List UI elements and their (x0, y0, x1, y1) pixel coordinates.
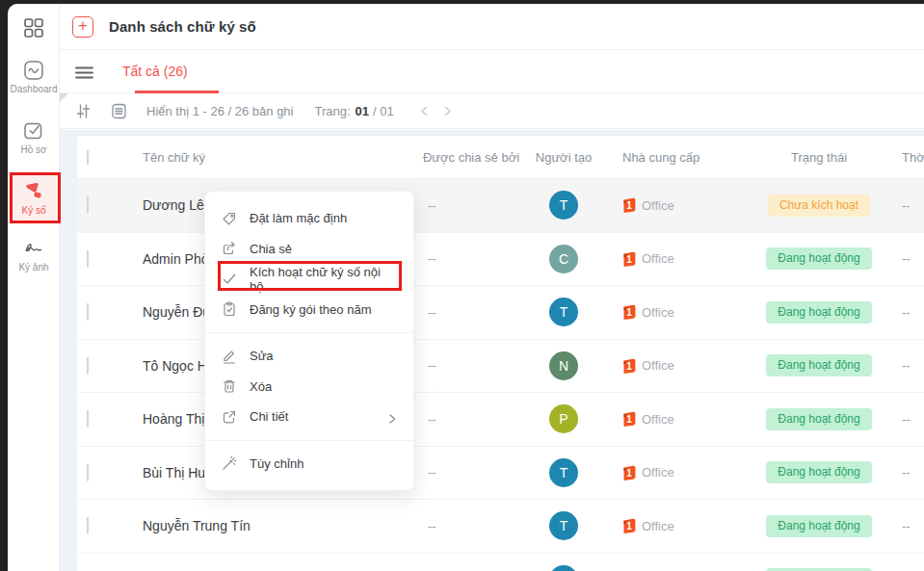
time-value: -- (892, 465, 924, 480)
menu-item-label: Xóa (250, 379, 272, 394)
add-button[interactable]: + (72, 16, 93, 38)
menu-item-label: Đặt làm mặc định (250, 211, 347, 225)
records-info: Hiển thị 1 - 26 / 26 bản ghi (146, 104, 294, 118)
shared-by-value: -- (420, 465, 522, 480)
menu-item-label: Đăng ký gói theo năm (250, 302, 371, 317)
status-badge: Đang hoạt động (766, 408, 871, 430)
set-default-icon (222, 211, 237, 226)
creator-avatar: N (549, 351, 578, 380)
sidebar-item-label: Ký ảnh (9, 262, 59, 273)
one-office-icon: 1 (622, 411, 637, 427)
menu-item-customize[interactable]: Tùy chỉnh (205, 449, 413, 480)
shared-by-value: -- (420, 198, 522, 213)
sidebar-item-ho-so[interactable]: Hồ sơ (9, 120, 59, 155)
creator-avatar: T (549, 298, 578, 326)
menu-item-delete[interactable]: Xóa (205, 372, 413, 402)
wand-icon (222, 455, 237, 471)
row-checkbox[interactable] (87, 196, 89, 214)
row-checkbox[interactable] (87, 410, 89, 428)
row-checkbox[interactable] (87, 250, 89, 268)
menu-item-label: Kích hoạt chữ ký số nội bộ (250, 265, 397, 294)
one-office-icon: 1 (622, 251, 637, 267)
svg-text:1: 1 (626, 200, 632, 211)
clipboard-icon (222, 301, 237, 317)
menu-hamburger-icon[interactable] (75, 65, 93, 78)
prev-page-icon[interactable] (419, 106, 430, 117)
filter-sliders-icon[interactable] (75, 103, 92, 119)
provider-logo: 1 Office (622, 304, 746, 320)
status-badge: Chưa kích hoạt (768, 195, 870, 217)
svg-text:1: 1 (626, 467, 632, 478)
menu-item-detail[interactable]: Chi tiết (205, 402, 413, 432)
svg-text:1: 1 (626, 307, 632, 318)
svg-text:1: 1 (626, 360, 632, 371)
status-badge: Đang hoạt động (766, 515, 871, 537)
creator-avatar: P (549, 404, 578, 433)
menu-item-label: Chia sẻ (250, 242, 292, 256)
menu-item-set-default[interactable]: Đặt làm mặc định (205, 203, 413, 234)
provider-logo: 1 Office (622, 518, 746, 533)
provider-name: Office (642, 358, 674, 373)
shared-by-value: -- (420, 519, 522, 533)
row-checkbox[interactable] (87, 357, 89, 375)
table-row[interactable]: Nguyễn Đình Tiến -- T 1 Office (77, 554, 924, 571)
sidebar-item-ky-so[interactable]: Ký số (9, 173, 59, 222)
one-office-icon: 1 (622, 197, 637, 213)
screenshot-stage: Dashboard Hồ sơ Ký số (0, 0, 924, 571)
menu-item-edit[interactable]: Sửa (205, 341, 413, 372)
tab-all[interactable]: Tất cả (26) (122, 64, 188, 79)
menu-item-label: Tùy chỉnh (250, 456, 304, 471)
svg-text:1: 1 (626, 253, 632, 264)
corner-fold (60, 93, 68, 102)
select-all-checkbox[interactable] (87, 150, 89, 165)
time-value: -- (892, 412, 924, 427)
time-value: -- (892, 305, 924, 320)
signature-name: Nguyễn Trung Tín (135, 518, 420, 533)
trash-icon (222, 378, 237, 394)
shared-by-value: -- (420, 358, 522, 373)
provider-name: Office (642, 305, 674, 320)
menu-item-yearly-package[interactable]: Đăng ký gói theo năm (205, 295, 413, 325)
stamp-icon (23, 181, 44, 202)
menu-item-activate-internal-signature[interactable]: Kích hoạt chữ ký số nội bộ (205, 264, 413, 295)
provider-logo: 1 Office (622, 465, 746, 480)
sidebar-item-dashboard[interactable]: Dashboard (9, 60, 59, 94)
page-current: 01 (356, 104, 369, 118)
provider-name: Office (642, 519, 674, 533)
sidebar-item-label: Ký số (9, 205, 59, 216)
list-view-icon[interactable] (111, 103, 127, 119)
menu-divider (205, 440, 413, 441)
table-row[interactable]: Nguyễn Trung Tín -- T 1 Office (77, 500, 924, 554)
shared-by-value: -- (420, 412, 522, 427)
sidebar-item-ky-anh[interactable]: Ký ảnh (9, 238, 59, 273)
column-header-shared-by: Được chia sẻ bởi (420, 150, 522, 165)
status-badge: Đang hoạt động (766, 461, 871, 483)
context-menu: Đặt làm mặc định Chia sẻ Kích hoạt chữ k… (204, 191, 414, 491)
provider-name: Office (642, 198, 674, 213)
external-link-icon (222, 409, 237, 425)
sidebar-item-label: Hồ sơ (9, 144, 59, 155)
one-office-icon: 1 (622, 518, 637, 533)
column-header-name: Tên chữ ký (135, 150, 420, 165)
column-header-creator: Người tạo (522, 150, 605, 165)
page-header: + Danh sách chữ ký số (60, 4, 924, 50)
check-icon (222, 272, 237, 287)
page-title: Danh sách chữ ký số (109, 18, 256, 35)
column-header-time: Thời (892, 150, 924, 165)
status-badge: Đang hoạt động (766, 354, 871, 376)
menu-item-label: Sửa (250, 349, 274, 363)
creator-avatar: C (549, 245, 578, 273)
one-office-icon: 1 (622, 304, 637, 320)
next-page-icon[interactable] (442, 106, 453, 117)
row-checkbox[interactable] (87, 303, 89, 321)
provider-name: Office (642, 251, 674, 266)
creator-avatar: T (549, 191, 578, 220)
row-checkbox[interactable] (87, 464, 89, 481)
one-office-icon: 1 (622, 465, 637, 480)
provider-logo: 1 Office (622, 197, 746, 213)
row-checkbox[interactable] (87, 517, 89, 534)
menu-item-share[interactable]: Chia sẻ (205, 234, 413, 265)
apps-grid-icon[interactable] (23, 17, 44, 39)
provider-name: Office (642, 412, 674, 427)
page-total: / 01 (373, 104, 394, 118)
